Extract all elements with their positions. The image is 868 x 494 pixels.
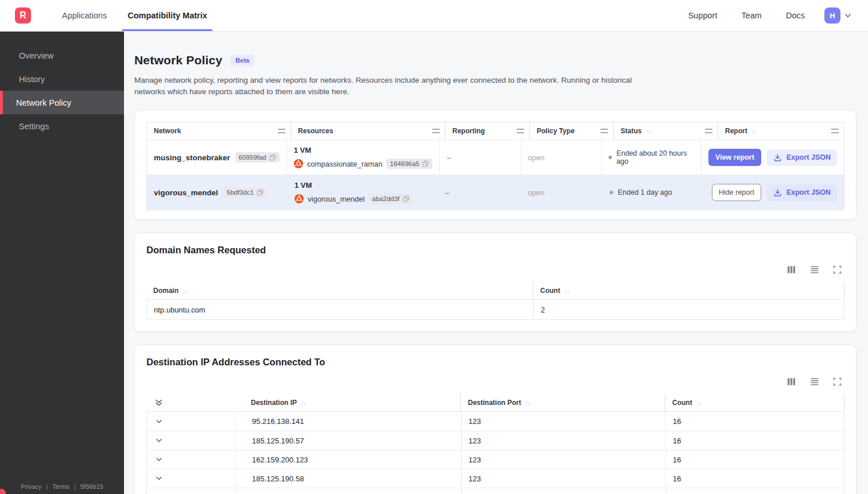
sidebar-item-network-policy[interactable]: Network Policy <box>0 91 124 114</box>
download-icon <box>773 153 782 162</box>
ubuntu-icon <box>294 159 303 168</box>
count-value: 16 <box>665 412 844 431</box>
resource-id-badge[interactable]: 184696a5 <box>386 159 432 169</box>
chevron-down-icon <box>155 418 163 426</box>
nav-link-support[interactable]: Support <box>680 11 726 20</box>
chevron-down-icon <box>844 11 852 20</box>
col-header-count[interactable]: Count <box>533 282 844 299</box>
resource-name[interactable]: compassionate_raman <box>307 160 383 168</box>
nav-link-team[interactable]: Team <box>733 11 769 20</box>
copy-icon[interactable] <box>257 189 264 196</box>
sidebar-item-overview[interactable]: Overview <box>0 44 124 67</box>
col-header-report[interactable]: Report <box>718 122 844 140</box>
tab-applications[interactable]: Applications <box>57 0 112 31</box>
sort-icon[interactable] <box>525 399 530 406</box>
col-label: Destination IP <box>251 399 297 407</box>
row-expander[interactable] <box>155 456 163 464</box>
status-dot <box>610 191 613 194</box>
page-header: Network Policy Beta <box>134 53 857 67</box>
privacy-link[interactable]: Privacy <box>21 483 41 490</box>
sort-icon[interactable] <box>696 399 702 406</box>
view-report-button[interactable]: View report <box>708 149 761 166</box>
column-resize-handle-icon[interactable] <box>831 129 839 133</box>
avatar[interactable]: H <box>824 7 840 24</box>
col-label: Domain <box>153 287 179 295</box>
network-id-badge[interactable]: 60959fad <box>235 152 280 163</box>
copy-icon[interactable] <box>269 154 276 161</box>
double-chevron-down-icon[interactable] <box>154 398 163 407</box>
columns-icon[interactable] <box>786 377 796 387</box>
networks-table: Network Resources Reporting Policy Type <box>146 122 844 210</box>
destinations-card-title: Destination IP Addresses Connected To <box>146 357 844 368</box>
sort-icon[interactable] <box>751 128 757 134</box>
export-json-button[interactable]: Export JSON <box>767 184 837 201</box>
col-header-count[interactable]: Count <box>665 394 844 411</box>
col-header-status[interactable]: Status <box>614 122 718 140</box>
col-header-domain[interactable]: Domain <box>146 282 533 299</box>
policy-type-value: open <box>528 188 595 197</box>
page-description: Manage network policy, reporting and vie… <box>134 75 654 97</box>
destination-port-value: 123 <box>461 488 665 494</box>
domain-value: ntp.ubuntu.com <box>147 300 533 319</box>
primary-nav: Applications Compatibility Matrix <box>52 0 218 31</box>
rows-density-icon[interactable] <box>809 377 819 387</box>
download-icon <box>773 188 782 197</box>
fullscreen-icon[interactable] <box>832 265 842 275</box>
col-header-resources[interactable]: Resources <box>291 122 445 140</box>
destination-ip-value: 162.159.200.123 <box>235 450 461 469</box>
column-resize-handle-icon[interactable] <box>517 129 524 133</box>
copy-icon[interactable] <box>422 160 429 167</box>
destination-port-value: 123 <box>461 431 665 450</box>
destinations-card: Destination IP Addresses Connected To <box>134 345 857 494</box>
network-id-badge[interactable]: 5bdf3dc1 <box>223 187 267 198</box>
fullscreen-icon[interactable] <box>832 377 842 387</box>
copy-icon[interactable] <box>402 195 409 202</box>
hide-report-button[interactable]: Hide report <box>712 184 761 201</box>
resource-summary: 1 VM <box>294 181 431 190</box>
sidebar: Overview History Network Policy Settings… <box>0 32 124 494</box>
row-expander[interactable] <box>155 474 163 483</box>
top-navbar: R Applications Compatibility Matrix Supp… <box>0 0 868 32</box>
sort-icon[interactable] <box>301 399 306 406</box>
column-resize-handle-icon[interactable] <box>600 129 608 133</box>
columns-icon[interactable] <box>786 265 796 275</box>
destinations-table: Destination IP Destination Port Count <box>146 394 844 494</box>
tab-compatibility-matrix[interactable]: Compatibility Matrix <box>122 0 212 31</box>
sidebar-item-history[interactable]: History <box>0 67 124 91</box>
col-header-destination-ip[interactable]: Destination IP <box>235 394 460 411</box>
nav-link-docs[interactable]: Docs <box>778 11 813 20</box>
sort-icon[interactable] <box>183 287 188 294</box>
col-header-policy-type[interactable]: Policy Type <box>530 122 614 140</box>
column-resize-handle-icon[interactable] <box>432 129 440 133</box>
col-label: Policy Type <box>537 127 575 135</box>
column-resize-handle-icon[interactable] <box>278 129 285 133</box>
user-menu[interactable]: H <box>824 7 852 24</box>
column-resize-handle-icon[interactable] <box>705 129 712 133</box>
export-json-button[interactable]: Export JSON <box>767 149 837 166</box>
row-expander[interactable] <box>155 418 163 426</box>
col-label: Resources <box>298 127 333 135</box>
domains-card: Domain Names Requested Domain <box>134 233 857 332</box>
resource-name[interactable]: vigorous_mendel <box>308 195 365 203</box>
col-header-reporting[interactable]: Reporting <box>445 122 530 140</box>
rows-density-icon[interactable] <box>809 265 819 275</box>
sort-icon[interactable] <box>646 128 651 134</box>
col-label: Reporting <box>452 127 485 135</box>
app-logo[interactable]: R <box>15 7 31 24</box>
sort-icon[interactable] <box>564 287 569 294</box>
count-value: 16 <box>665 431 844 450</box>
resource-summary: 1 VM <box>294 146 433 155</box>
ubuntu-icon <box>294 194 304 203</box>
chevron-down-icon <box>155 437 163 445</box>
sidebar-item-settings[interactable]: Settings <box>0 114 124 138</box>
domains-table-header: Domain Count <box>146 282 844 299</box>
terms-link[interactable]: Terms <box>52 483 69 490</box>
col-header-destination-port[interactable]: Destination Port <box>460 394 665 411</box>
col-header-network[interactable]: Network <box>147 122 291 140</box>
row-expander[interactable] <box>155 437 163 445</box>
expand-all-header[interactable] <box>146 394 235 411</box>
status-text: Ended 1 day ago <box>618 188 672 196</box>
resource-id-badge[interactable]: aba2dd3f <box>369 194 413 204</box>
status-dot <box>609 156 612 159</box>
main-content: Network Policy Beta Manage network polic… <box>124 32 868 494</box>
